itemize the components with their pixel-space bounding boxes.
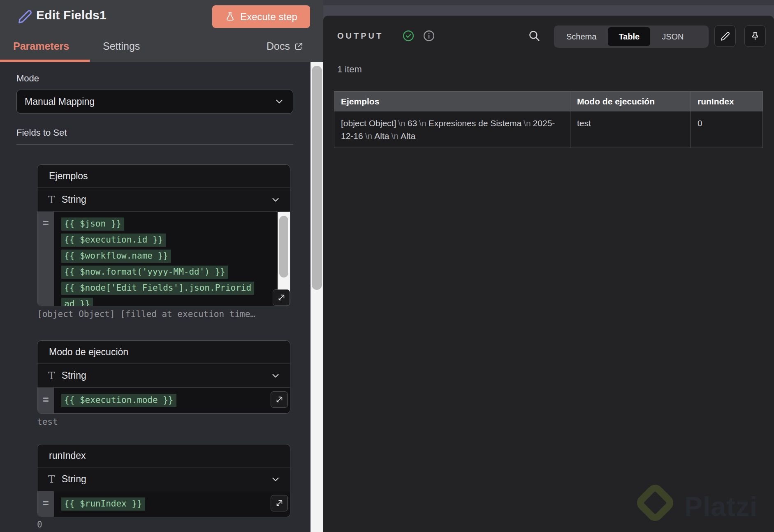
platzi-logo-icon bbox=[634, 481, 677, 525]
mode-label: Mode bbox=[16, 73, 39, 84]
node-header: Edit Fields1 Execute step Parameters Set… bbox=[0, 0, 323, 62]
table-header-row: Ejemplos Modo de ejecución runIndex bbox=[334, 92, 763, 111]
flask-icon bbox=[225, 12, 235, 22]
view-tab-json[interactable]: JSON bbox=[651, 27, 694, 46]
expression-line: {{ $now.format('yyyy-MM-dd') }} bbox=[61, 266, 228, 279]
field-result-hint: [object Object] [filled at execution tim… bbox=[37, 309, 292, 319]
field-type-select[interactable]: T String bbox=[37, 188, 290, 212]
column-header-modo[interactable]: Modo de ejecución bbox=[570, 92, 691, 111]
node-title: Edit Fields1 bbox=[36, 8, 107, 22]
output-table: Ejemplos Modo de ejecución runIndex [obj… bbox=[334, 91, 763, 148]
expression-equals-gutter: = bbox=[37, 212, 54, 306]
info-icon[interactable] bbox=[423, 30, 435, 42]
external-link-icon bbox=[294, 42, 304, 51]
text-type-icon: T bbox=[48, 194, 55, 206]
expression-line: {{ $json }} bbox=[61, 217, 124, 231]
cell-runindex[interactable]: 0 bbox=[691, 111, 763, 148]
field-name-value: Modo de ejecución bbox=[49, 347, 128, 358]
expression-code-area[interactable]: {{ $json }} {{ $execution.id }} {{ $work… bbox=[54, 212, 290, 306]
output-panel: OUTPUT Schema Table JSON bbox=[323, 16, 774, 532]
fields-to-set-label: Fields to Set bbox=[16, 127, 67, 138]
expression-equals-gutter: = bbox=[37, 388, 54, 413]
field-name-value: runIndex bbox=[49, 450, 86, 461]
canvas-backdrop bbox=[323, 0, 774, 5]
tab-settings[interactable]: Settings bbox=[103, 40, 140, 52]
chevron-down-icon bbox=[274, 96, 285, 107]
expression-line: ad }} bbox=[61, 298, 93, 306]
field-name-input[interactable]: Ejemplos bbox=[37, 165, 290, 188]
chevron-down-icon bbox=[270, 370, 281, 381]
panel-scrollbar-thumb[interactable] bbox=[312, 66, 322, 290]
field-name-value: Ejemplos bbox=[49, 171, 88, 182]
success-check-icon bbox=[402, 30, 415, 42]
field-name-input[interactable]: runIndex bbox=[37, 444, 290, 467]
text-type-icon: T bbox=[48, 370, 55, 382]
field-type-select[interactable]: T String bbox=[37, 467, 290, 491]
platzi-watermark: Platzi bbox=[634, 483, 774, 532]
chevron-down-icon bbox=[270, 194, 281, 205]
output-title: OUTPUT bbox=[337, 31, 383, 41]
field-card-runindex: runIndex T String = {{ $runIndex }} bbox=[37, 444, 290, 517]
field-type-value: String bbox=[62, 194, 86, 205]
field-card-ejemplos: Ejemplos T String = {{ $json }} {{ $exec… bbox=[37, 164, 290, 306]
expand-expression-button[interactable] bbox=[271, 391, 288, 408]
cell-ejemplos[interactable]: [object Object]\n63\nExpresiones de Sist… bbox=[334, 111, 570, 148]
field-type-value: String bbox=[62, 474, 86, 485]
edit-output-button[interactable] bbox=[714, 25, 736, 47]
editor-scrollbar-thumb[interactable] bbox=[279, 216, 288, 278]
pencil-icon bbox=[720, 31, 730, 42]
expression-line: {{ $execution.id }} bbox=[61, 234, 166, 247]
panel-scrollbar[interactable] bbox=[311, 62, 323, 532]
tab-parameters[interactable]: Parameters bbox=[13, 40, 69, 52]
pencil-node-icon bbox=[16, 8, 33, 25]
view-tab-schema[interactable]: Schema bbox=[556, 27, 607, 46]
search-icon[interactable] bbox=[527, 29, 542, 44]
field-result-hint: 0 bbox=[37, 520, 292, 530]
cell-modo[interactable]: test bbox=[570, 111, 691, 148]
execute-step-label: Execute step bbox=[240, 11, 297, 23]
node-settings-panel: Edit Fields1 Execute step Parameters Set… bbox=[0, 0, 323, 532]
field-result-hint: test bbox=[37, 417, 292, 427]
platzi-logo-text: Platzi bbox=[684, 491, 758, 522]
pin-icon bbox=[750, 31, 760, 42]
table-row: [object Object]\n63\nExpresiones de Sist… bbox=[334, 111, 763, 148]
items-count: 1 item bbox=[337, 64, 362, 75]
expression-editor[interactable]: = {{ $json }} {{ $execution.id }} {{ $wo… bbox=[37, 212, 290, 306]
expression-equals-gutter: = bbox=[37, 491, 54, 517]
view-tab-table[interactable]: Table bbox=[608, 27, 650, 46]
column-header-runindex[interactable]: runIndex bbox=[691, 92, 763, 111]
mode-select-value: Manual Mapping bbox=[25, 96, 95, 107]
expression-value: {{ $runIndex }} bbox=[61, 497, 145, 511]
expand-expression-button[interactable] bbox=[271, 495, 288, 511]
output-header: OUTPUT Schema Table JSON bbox=[323, 25, 774, 48]
field-type-select[interactable]: T String bbox=[37, 364, 290, 388]
expand-expression-button[interactable] bbox=[273, 289, 290, 306]
docs-label: Docs bbox=[266, 40, 290, 52]
text-type-icon: T bbox=[48, 473, 55, 485]
chevron-down-icon bbox=[270, 474, 281, 485]
active-tab-underline bbox=[0, 60, 90, 62]
docs-link[interactable]: Docs bbox=[266, 40, 304, 52]
output-view-switcher: Schema Table JSON bbox=[554, 25, 709, 48]
field-name-input[interactable]: Modo de ejecución bbox=[37, 341, 290, 364]
field-card-modo: Modo de ejecución T String = {{ $executi… bbox=[37, 340, 290, 414]
expression-input[interactable]: = {{ $execution.mode }} bbox=[37, 388, 290, 413]
expression-value: {{ $execution.mode }} bbox=[61, 394, 176, 407]
pin-data-button[interactable] bbox=[744, 25, 766, 47]
execute-step-button[interactable]: Execute step bbox=[212, 5, 310, 28]
output-region: OUTPUT Schema Table JSON bbox=[323, 0, 774, 532]
expression-line: {{ $workflow.name }} bbox=[61, 250, 171, 263]
field-type-value: String bbox=[62, 370, 86, 381]
expression-input[interactable]: = {{ $runIndex }} bbox=[37, 491, 290, 517]
column-header-ejemplos[interactable]: Ejemplos bbox=[334, 92, 570, 111]
expression-line: {{ $node['Edit Fields'].json.Priorid bbox=[61, 282, 254, 295]
section-divider bbox=[16, 144, 293, 145]
mode-select[interactable]: Manual Mapping bbox=[16, 90, 293, 113]
